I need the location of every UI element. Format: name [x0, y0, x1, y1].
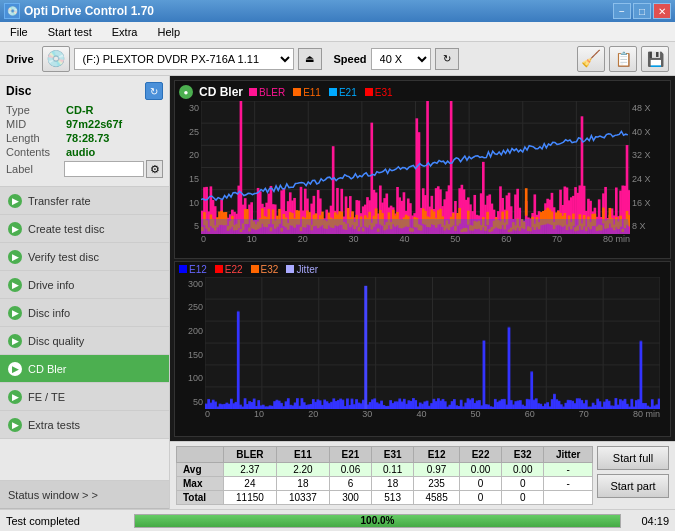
disc-type-label: Type — [6, 104, 66, 116]
stats-header-jitter: Jitter — [544, 447, 593, 463]
fe-te-icon: ▶ — [8, 390, 22, 404]
total-e32: 0 — [502, 491, 544, 505]
disc-info-icon: ▶ — [8, 306, 22, 320]
total-e22: 0 — [459, 491, 501, 505]
minimize-button[interactable]: − — [613, 3, 631, 19]
max-bler: 24 — [223, 477, 276, 491]
transfer-rate-icon: ▶ — [8, 194, 22, 208]
toolbar: Drive 💿 (F:) PLEXTOR DVDR PX-716A 1.11 ⏏… — [0, 42, 675, 76]
max-e21: 6 — [329, 477, 371, 491]
verify-disc-icon: ▶ — [8, 250, 22, 264]
e11-color — [293, 88, 301, 96]
disc-length-label: Length — [6, 132, 66, 144]
menu-start-test[interactable]: Start test — [42, 24, 98, 40]
chart2-y-left: 300 250 200 150 100 50 — [179, 277, 203, 410]
disc-quality-label: Disc quality — [28, 335, 84, 347]
erase-button[interactable]: 🧹 — [577, 46, 605, 72]
disc-type-value: CD-R — [66, 104, 94, 116]
disc-refresh-button[interactable]: ↻ — [145, 82, 163, 100]
chart1-y-left: 30 25 20 15 10 5 — [179, 101, 199, 234]
max-e31: 18 — [372, 477, 414, 491]
speed-select[interactable]: 40 X — [371, 48, 431, 70]
sidebar-item-fe-te[interactable]: ▶ FE / TE — [0, 383, 169, 411]
drive-info-label: Drive info — [28, 279, 74, 291]
create-disc-label: Create test disc — [28, 223, 104, 235]
create-disc-icon: ▶ — [8, 222, 22, 236]
sidebar-item-create-test-disc[interactable]: ▶ Create test disc — [0, 215, 169, 243]
fe-te-label: FE / TE — [28, 391, 65, 403]
sidebar-item-drive-info[interactable]: ▶ Drive info — [0, 271, 169, 299]
status-text: Test completed — [6, 515, 126, 527]
maximize-button[interactable]: □ — [633, 3, 651, 19]
e32-label: E32 — [261, 264, 279, 275]
chart1-plot — [201, 101, 630, 234]
sidebar-item-transfer-rate[interactable]: ▶ Transfer rate — [0, 187, 169, 215]
main-layout: Disc ↻ Type CD-R MID 97m22s67f Length 78… — [0, 76, 675, 509]
legend-e32: E32 — [251, 264, 279, 275]
label-gear-button[interactable]: ⚙ — [146, 160, 163, 178]
status-bar: Test completed 100.0% 04:19 — [0, 509, 675, 531]
eject-button[interactable]: ⏏ — [298, 48, 322, 70]
e31-color — [365, 88, 373, 96]
progress-text: 100.0% — [135, 515, 620, 527]
disc-mid-label: MID — [6, 118, 66, 130]
disc-label-row: Label ⚙ — [6, 160, 163, 178]
max-e22: 0 — [459, 477, 501, 491]
disc-contents-row: Contents audio — [6, 146, 163, 158]
max-e11: 18 — [276, 477, 329, 491]
chart2-header: E12 E22 E32 Jitter — [179, 264, 666, 275]
content-area: ● CD Bler BLER E11 E21 — [170, 76, 675, 509]
chart1-x-axis: 0 10 20 30 40 50 60 70 80 min — [201, 234, 630, 250]
sidebar: Disc ↻ Type CD-R MID 97m22s67f Length 78… — [0, 76, 170, 509]
max-jitter: - — [544, 477, 593, 491]
chart1-y-right: 48 X 40 X 32 X 24 X 16 X 8 X — [632, 101, 666, 234]
sidebar-item-disc-quality[interactable]: ▶ Disc quality — [0, 327, 169, 355]
save-button[interactable]: 💾 — [641, 46, 669, 72]
max-e32: 0 — [502, 477, 544, 491]
disc-contents-label: Contents — [6, 146, 66, 158]
app-icon: 💿 — [4, 3, 20, 19]
title-bar: 💿 Opti Drive Control 1.70 − □ ✕ — [0, 0, 675, 22]
stats-header-e22: E22 — [459, 447, 501, 463]
chart2-plot — [205, 277, 660, 410]
stats-row-max: Max 24 18 6 18 235 0 0 - — [177, 477, 593, 491]
e21-label: E21 — [339, 87, 357, 98]
disc-contents-value: audio — [66, 146, 95, 158]
copy-button[interactable]: 📋 — [609, 46, 637, 72]
bler-color — [249, 88, 257, 96]
start-part-button[interactable]: Start part — [597, 474, 669, 498]
sidebar-item-extra-tests[interactable]: ▶ Extra tests — [0, 411, 169, 439]
stats-header-e11: E11 — [276, 447, 329, 463]
total-jitter — [544, 491, 593, 505]
close-button[interactable]: ✕ — [653, 3, 671, 19]
stats-header-e12: E12 — [414, 447, 460, 463]
sidebar-bottom: Status window > > — [0, 480, 169, 509]
chart1-title: CD Bler — [199, 85, 243, 99]
total-e11: 10337 — [276, 491, 329, 505]
drive-select[interactable]: (F:) PLEXTOR DVDR PX-716A 1.11 — [74, 48, 294, 70]
disc-label-input[interactable] — [64, 161, 144, 177]
avg-e12: 0.97 — [414, 463, 460, 477]
start-full-button[interactable]: Start full — [597, 446, 669, 470]
disc-panel-header: Disc ↻ — [6, 82, 163, 100]
sidebar-item-disc-info[interactable]: ▶ Disc info — [0, 299, 169, 327]
sidebar-item-cd-bler[interactable]: ▶ CD Bler — [0, 355, 169, 383]
jitter-color — [286, 265, 294, 273]
e22-label: E22 — [225, 264, 243, 275]
title-bar-left: 💿 Opti Drive Control 1.70 — [4, 3, 154, 19]
e21-color — [329, 88, 337, 96]
total-label: Total — [177, 491, 224, 505]
sidebar-item-verify-test-disc[interactable]: ▶ Verify test disc — [0, 243, 169, 271]
drive-info-icon: ▶ — [8, 278, 22, 292]
menu-file[interactable]: File — [4, 24, 34, 40]
chart1-container: ● CD Bler BLER E11 E21 — [174, 80, 671, 259]
status-window-button[interactable]: Status window > > — [0, 481, 169, 509]
app-title: Opti Drive Control 1.70 — [24, 4, 154, 18]
avg-e21: 0.06 — [329, 463, 371, 477]
max-e12: 235 — [414, 477, 460, 491]
menu-extra[interactable]: Extra — [106, 24, 144, 40]
menu-help[interactable]: Help — [151, 24, 186, 40]
progress-bar: 100.0% — [134, 514, 621, 528]
refresh-button[interactable]: ↻ — [435, 48, 459, 70]
legend-bler: BLER — [249, 87, 285, 98]
